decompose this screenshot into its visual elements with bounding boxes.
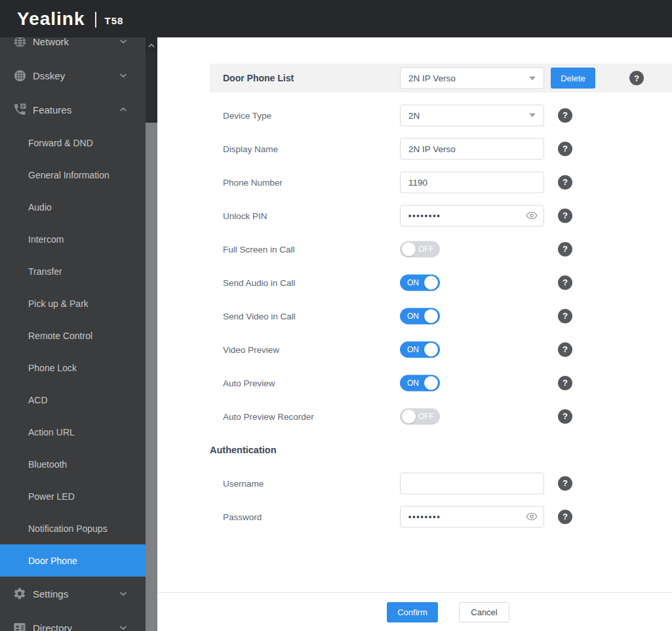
field-label: Phone Number [223, 177, 283, 187]
form-row-password: Password? [157, 500, 672, 533]
sidebar-item-label: Power LED [28, 491, 75, 502]
dsskey-icon [12, 69, 28, 83]
display-name-input[interactable] [400, 138, 544, 159]
door-phone-list-select[interactable]: 2N IP Verso [400, 68, 544, 89]
sidebar-item-label: General Information [28, 170, 109, 180]
delete-button[interactable]: Delete [551, 68, 595, 89]
form-row-auto-preview-recorder: Auto Preview RecorderOFF? [157, 399, 672, 433]
unlock-pin-input[interactable] [400, 205, 544, 226]
device-type-select[interactable]: 2N [400, 104, 544, 126]
sidebar-item-pick-up-park[interactable]: Pick up & Park [0, 287, 146, 319]
form-row-full-screen-in-call: Full Screen in CallOFF? [157, 232, 672, 266]
sidebar-item-label: Audio [28, 202, 52, 213]
sidebar-item-label: Bluetooth [28, 459, 67, 470]
sidebar-item-settings[interactable]: Settings [0, 577, 146, 611]
chevron-down-icon [529, 76, 536, 80]
field-label: Video Preview [223, 344, 279, 354]
help-icon[interactable]: ? [558, 476, 572, 491]
form-row-unlock-pin: Unlock PIN? [157, 199, 672, 232]
help-icon[interactable]: ? [558, 142, 572, 156]
toggle-knob [402, 242, 416, 256]
section-title: Authentication [210, 445, 277, 455]
send-audio-in-call-toggle[interactable]: ON [400, 274, 440, 291]
toggle-state-label: ON [407, 345, 419, 354]
field-label: Unlock PIN [223, 211, 267, 220]
page-body: NetworkDsskeyFeaturesForward & DNDGenera… [0, 37, 672, 631]
sidebar-scrollbar[interactable] [146, 37, 157, 631]
help-icon[interactable]: ? [558, 309, 572, 323]
chevron-up-icon [148, 39, 155, 51]
sidebar: NetworkDsskeyFeaturesForward & DNDGenera… [0, 37, 146, 631]
field-label: Password [223, 512, 262, 521]
sidebar-item-label: Network [33, 37, 69, 47]
full-screen-in-call-toggle[interactable]: OFF [400, 241, 440, 257]
sidebar-item-bluetooth[interactable]: Bluetooth [0, 448, 146, 480]
field-label: Send Video in Call [223, 311, 296, 321]
help-icon[interactable]: ? [558, 175, 572, 190]
sidebar-item-notification-popups[interactable]: Notification Popups [0, 512, 146, 544]
network-icon [12, 37, 28, 49]
password-input[interactable] [400, 506, 544, 527]
help-icon[interactable]: ? [558, 409, 572, 424]
chevron-down-icon [119, 73, 127, 78]
sidebar-item-network[interactable]: Network [0, 37, 146, 58]
chevron-up-icon [119, 107, 127, 112]
sidebar-item-transfer[interactable]: Transfer [0, 255, 146, 287]
help-icon[interactable]: ? [558, 376, 572, 390]
field-label: Display Name [223, 144, 278, 153]
auto-preview-recorder-toggle[interactable]: OFF [400, 408, 440, 424]
sidebar-item-label: Dsskey [33, 70, 65, 81]
confirm-button[interactable]: Confirm [387, 602, 438, 622]
phone-number-input[interactable] [400, 171, 544, 193]
cancel-button[interactable]: Cancel [459, 602, 509, 622]
help-icon[interactable]: ? [558, 242, 572, 256]
sidebar-item-action-url[interactable]: Action URL [0, 416, 146, 448]
video-preview-toggle[interactable]: ON [400, 341, 440, 357]
eye-icon[interactable] [526, 212, 538, 220]
sidebar-item-directory[interactable]: Directory [0, 611, 146, 631]
sidebar-item-power-led[interactable]: Power LED [0, 480, 146, 512]
toggle-knob [424, 275, 438, 289]
sidebar-item-label: Forward & DND [28, 138, 93, 148]
field-label: Auto Preview [223, 378, 275, 388]
sidebar-item-door-phone[interactable]: Door Phone [0, 544, 146, 577]
form-row-display-name: Display Name? [157, 132, 672, 165]
form-row-authentication: Authentication [157, 433, 672, 466]
help-icon[interactable]: ? [558, 209, 572, 223]
field-label: Auto Preview Recorder [223, 411, 314, 421]
sidebar-item-phone-lock[interactable]: Phone Lock [0, 352, 146, 384]
toggle-knob [424, 309, 438, 323]
sidebar-item-audio[interactable]: Audio [0, 191, 146, 223]
help-icon[interactable]: ? [558, 510, 572, 524]
sidebar-item-remote-control[interactable]: Remote Control [0, 319, 146, 352]
form-row-send-video-in-call: Send Video in CallON? [157, 299, 672, 333]
sidebar-item-acd[interactable]: ACD [0, 384, 146, 416]
sidebar-item-label: Phone Lock [28, 363, 77, 373]
help-icon[interactable]: ? [558, 275, 572, 290]
sidebar-item-general-information[interactable]: General Information [0, 159, 146, 191]
toggle-state-label: OFF [418, 412, 434, 421]
yealink-web-admin: Yealink T58 NetworkDsskeyFeaturesForward… [0, 0, 672, 631]
auto-preview-toggle[interactable]: ON [400, 375, 440, 391]
username-input[interactable] [400, 472, 544, 494]
features-icon [12, 102, 28, 117]
form-row-send-audio-in-call: Send Audio in CallON? [157, 266, 672, 299]
sidebar-item-dsskey[interactable]: Dsskey [0, 58, 146, 92]
eye-icon[interactable] [526, 513, 538, 521]
sidebar-item-features[interactable]: Features [0, 92, 146, 127]
help-icon[interactable]: ? [558, 342, 572, 357]
scrollbar-up-button[interactable] [146, 37, 157, 52]
form-rows: Device Type2N?Display Name?Phone Number?… [157, 98, 672, 533]
directory-icon [12, 622, 28, 631]
scrollbar-thumb[interactable] [146, 123, 157, 631]
help-icon[interactable]: ? [558, 108, 572, 123]
help-icon[interactable]: ? [629, 71, 644, 85]
field-label: Full Screen in Call [223, 244, 295, 254]
toggle-knob [402, 409, 416, 423]
yealink-logo: Yealink [17, 9, 85, 30]
sidebar-item-forward-dnd[interactable]: Forward & DND [0, 127, 146, 159]
door-phone-form: Door Phone List 2N IP Verso Delete ? Dev… [157, 37, 672, 592]
field-label: Device Type [223, 110, 271, 120]
sidebar-item-intercom[interactable]: Intercom [0, 223, 146, 255]
send-video-in-call-toggle[interactable]: ON [400, 308, 440, 324]
